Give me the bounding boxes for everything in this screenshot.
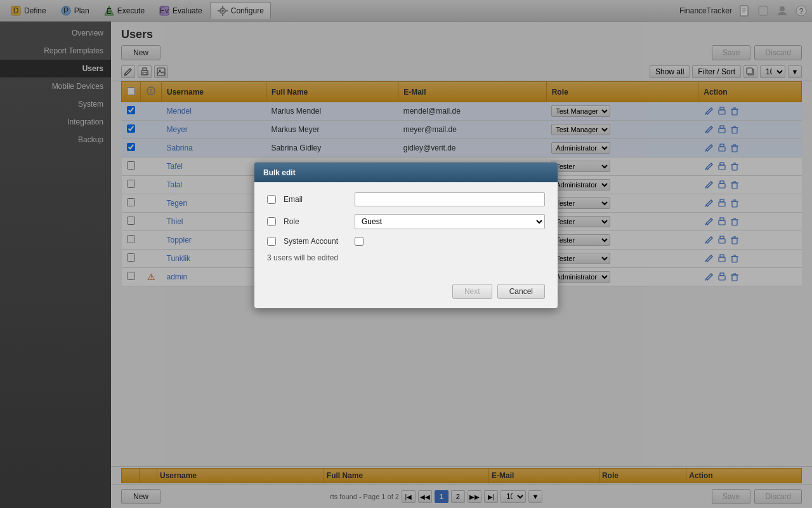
modal-footer: Next Cancel [254,277,558,308]
bulk-edit-email-label: Email [284,195,347,204]
modal-header: Bulk edit [254,163,558,182]
bulk-edit-email-input[interactable] [355,192,545,206]
bulk-edit-next-button[interactable]: Next [452,284,492,299]
bulk-edit-modal: Bulk edit Email Role Guest Tester Test M… [254,162,558,309]
bulk-edit-email-row: Email [267,192,545,206]
modal-body: Email Role Guest Tester Test Manager Adm… [254,182,558,277]
bulk-edit-role-row: Role Guest Tester Test Manager Administr… [267,214,545,229]
bulk-edit-role-select[interactable]: Guest Tester Test Manager Administrator [355,214,545,229]
bulk-edit-role-label: Role [284,217,347,226]
bulk-edit-email-checkbox[interactable] [267,195,276,204]
bulk-edit-sysaccount-value-checkbox[interactable] [355,237,363,246]
bulk-edit-role-checkbox[interactable] [267,217,276,226]
bulk-edit-sysaccount-label: System Account [284,237,347,246]
bulk-edit-cancel-button[interactable]: Cancel [497,284,545,299]
bulk-edit-sysaccount-row: System Account [267,237,545,246]
modal-overlay: Bulk edit Email Role Guest Tester Test M… [0,0,812,508]
bulk-edit-sysaccount-checkbox[interactable] [267,237,276,246]
bulk-edit-notice: 3 users will be edited [267,253,545,262]
